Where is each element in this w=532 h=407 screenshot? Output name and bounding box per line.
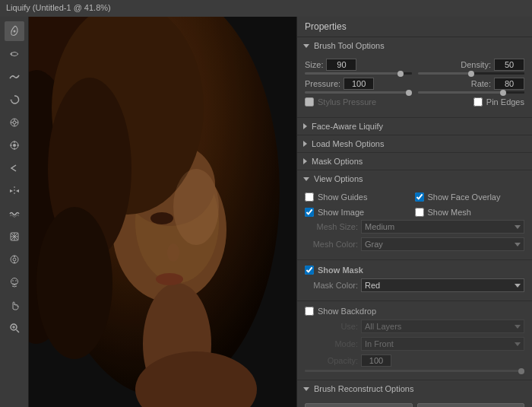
show-face-overlay-checkbox[interactable] <box>415 192 424 202</box>
tool-bloat[interactable] <box>5 135 24 155</box>
use-row: Use: All Layers <box>305 320 524 333</box>
mesh-size-label: Mesh Size: <box>305 222 358 231</box>
show-guides-row: Show Guides <box>305 192 415 202</box>
svg-line-25 <box>16 330 19 333</box>
svg-rect-44 <box>29 17 296 407</box>
mesh-color-row: Mesh Color: Gray <box>305 237 524 251</box>
show-backdrop-row: Show Backdrop <box>305 306 524 316</box>
show-mask-content: Show Mask Mask Color: Red <box>297 260 532 300</box>
tool-push-left[interactable] <box>5 158 24 178</box>
use-label: Use: <box>305 322 358 331</box>
brush-tool-content: Size: Density: <box>297 54 532 117</box>
left-toolbar <box>0 17 29 407</box>
mode-select[interactable]: In Front <box>361 337 524 351</box>
brush-reconstruct-header[interactable]: Brush Reconstruct Options <box>297 380 532 397</box>
svg-point-20 <box>13 258 16 261</box>
show-backdrop-checkbox[interactable] <box>305 307 314 316</box>
view-options-triangle <box>303 177 309 181</box>
mask-options-header[interactable]: Mask Options <box>297 153 532 170</box>
mesh-size-row: Mesh Size: Medium <box>305 220 524 234</box>
brush-tool-header[interactable]: Brush Tool Options <box>297 37 532 54</box>
show-mask-row: Show Mask <box>305 265 524 275</box>
tool-zoom[interactable] <box>5 318 24 338</box>
tool-thaw-mask[interactable] <box>5 250 24 269</box>
section-brush-reconstruct: Brush Reconstruct Options Reconstruct...… <box>297 380 532 407</box>
rate-input[interactable] <box>494 78 524 90</box>
svg-point-8 <box>13 144 16 147</box>
canvas-area[interactable] <box>29 17 296 407</box>
density-label: Density: <box>461 60 491 69</box>
show-mask-checkbox[interactable] <box>305 266 314 275</box>
panel-title: Properties <box>297 17 532 37</box>
view-options-content: Show Guides Show Face Overlay Show Image… <box>297 187 532 259</box>
properties-panel: Properties Brush Tool Options Size: <box>296 17 532 407</box>
size-input[interactable] <box>326 59 356 71</box>
stylus-pressure-checkbox[interactable] <box>305 97 314 107</box>
title-bar: Liquify (Untitled-1 @ 41.8%) <box>0 0 532 17</box>
stylus-pressure-label: Stylus Pressure <box>318 97 376 107</box>
pin-edges-row: Pin Edges <box>473 97 524 107</box>
brush-reconstruct-triangle <box>303 387 309 391</box>
brush-tool-triangle <box>303 44 309 48</box>
show-guides-checkbox[interactable] <box>305 192 314 202</box>
face-aware-header[interactable]: Face-Aware Liquify <box>297 118 532 135</box>
tool-freeze-mask[interactable] <box>5 227 24 246</box>
show-face-overlay-row: Show Face Overlay <box>415 192 525 202</box>
mask-options-triangle <box>303 158 307 164</box>
section-view-options: View Options Show Guides Show Face Overl… <box>297 170 532 260</box>
svg-point-2 <box>13 121 16 124</box>
view-options-label: View Options <box>314 174 363 183</box>
face-aware-triangle <box>303 123 307 129</box>
opacity-input[interactable] <box>361 355 391 367</box>
section-load-mesh: Load Mesh Options <box>297 135 532 153</box>
pressure-input[interactable] <box>344 78 374 90</box>
pin-edges-checkbox[interactable] <box>473 97 483 107</box>
window-title: Liquify (Untitled-1 @ 41.8%) <box>6 3 111 12</box>
mask-color-select[interactable]: Red <box>361 278 524 292</box>
view-options-grid: Show Guides Show Face Overlay Show Image… <box>305 192 524 220</box>
svg-point-0 <box>13 30 15 33</box>
show-backdrop-label: Show Backdrop <box>318 307 376 316</box>
section-show-mask: Show Mask Mask Color: Red <box>297 260 532 301</box>
tool-smooth[interactable] <box>5 67 24 87</box>
tool-reconstruct[interactable] <box>5 44 24 64</box>
reconstruct-button[interactable]: Reconstruct... <box>305 403 413 407</box>
size-label: Size: <box>305 60 323 69</box>
pin-edges-label: Pin Edges <box>486 97 524 107</box>
view-options-header[interactable]: View Options <box>297 170 532 187</box>
svg-point-23 <box>15 280 17 281</box>
reconstruct-buttons: Reconstruct... Restore All <box>297 397 532 407</box>
mesh-color-select[interactable]: Gray <box>361 237 524 251</box>
tool-twirl[interactable] <box>5 90 24 110</box>
show-mesh-row: Show Mesh <box>415 207 525 218</box>
tool-mirror[interactable] <box>5 181 24 201</box>
tool-turbulence[interactable] <box>5 204 24 224</box>
show-mesh-checkbox[interactable] <box>415 208 424 217</box>
brush-reconstruct-label: Brush Reconstruct Options <box>314 384 413 393</box>
face-aware-label: Face-Aware Liquify <box>312 122 383 131</box>
mask-color-row: Mask Color: Red <box>305 278 524 292</box>
density-input[interactable] <box>494 59 524 71</box>
restore-all-button[interactable]: Restore All <box>417 403 525 407</box>
tool-warp[interactable] <box>5 21 24 41</box>
mode-row: Mode: In Front <box>305 337 524 351</box>
mode-label: Mode: <box>305 339 358 348</box>
mesh-size-select[interactable]: Medium <box>361 220 524 234</box>
svg-point-22 <box>12 280 14 281</box>
load-mesh-header[interactable]: Load Mesh Options <box>297 135 532 152</box>
load-mesh-label: Load Mesh Options <box>312 139 384 148</box>
tool-face[interactable] <box>5 272 24 292</box>
pressure-label: Pressure: <box>305 79 340 88</box>
show-image-label: Show Image <box>318 208 364 217</box>
mask-options-label: Mask Options <box>312 157 363 166</box>
section-brush-tool: Brush Tool Options Size: <box>297 37 532 118</box>
brush-tool-label: Brush Tool Options <box>314 41 385 50</box>
stylus-pressure-row: Stylus Pressure <box>305 97 376 107</box>
show-image-checkbox[interactable] <box>305 208 314 217</box>
section-show-backdrop: Show Backdrop Use: All Layers Mode: In F… <box>297 301 532 380</box>
use-select[interactable]: All Layers <box>361 320 524 333</box>
tool-pucker[interactable] <box>5 113 24 132</box>
tool-hand[interactable] <box>5 295 24 315</box>
section-mask-options: Mask Options <box>297 153 532 170</box>
mask-color-label: Mask Color: <box>305 281 358 290</box>
